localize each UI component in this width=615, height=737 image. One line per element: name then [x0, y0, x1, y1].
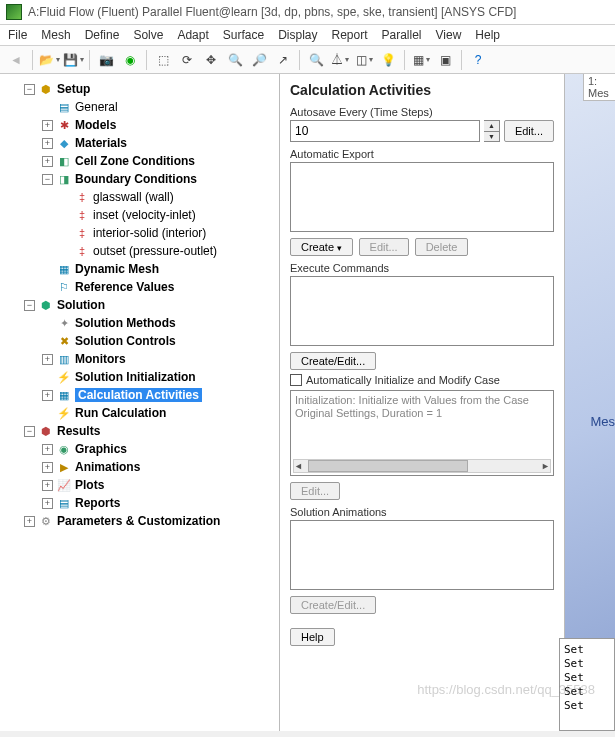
camera-icon[interactable]: 📷 — [95, 49, 117, 71]
pan-icon[interactable]: ✥ — [200, 49, 222, 71]
execute-commands-listbox[interactable] — [290, 276, 554, 346]
tree-setup[interactable]: − ⬢ Setup — [4, 80, 279, 98]
graphics-area[interactable]: 1: Mes Mes Set Set Set Set Set — [565, 74, 615, 731]
light-icon[interactable]: 💡 — [377, 49, 399, 71]
tree-plots[interactable]: + 📈 Plots — [4, 476, 279, 494]
tree-reference-values[interactable]: ⚐ Reference Values — [4, 278, 279, 296]
tree-label: Boundary Conditions — [75, 172, 197, 186]
tree-solution-controls[interactable]: ✖ Solution Controls — [4, 332, 279, 350]
tree-calculation-activities[interactable]: + ▦ Calculation Activities — [4, 386, 279, 404]
menu-view[interactable]: View — [436, 28, 462, 42]
autosave-spinner[interactable]: ▲ ▼ — [484, 120, 500, 142]
tree-bc-outset[interactable]: ‡ outset (pressure-outlet) — [4, 242, 279, 260]
task-pane: Calculation Activities Autosave Every (T… — [280, 74, 565, 731]
probe-icon[interactable]: ↗ — [272, 49, 294, 71]
tree-label: Materials — [75, 136, 127, 150]
controls-icon: ✖ — [57, 334, 71, 348]
horizontal-scrollbar[interactable]: ◄ ► — [293, 459, 551, 473]
autoinit-listbox[interactable]: Initialization: Initialize with Values f… — [290, 390, 554, 476]
tree-cellzone[interactable]: + ◧ Cell Zone Conditions — [4, 152, 279, 170]
expand-icon[interactable]: + — [42, 444, 53, 455]
menu-file[interactable]: File — [8, 28, 27, 42]
rotate-icon[interactable]: ⟳ — [176, 49, 198, 71]
menu-help[interactable]: Help — [475, 28, 500, 42]
menu-adapt[interactable]: Adapt — [177, 28, 208, 42]
menu-display[interactable]: Display — [278, 28, 317, 42]
expand-icon[interactable]: + — [42, 354, 53, 365]
autoinit-edit-button[interactable]: Edit... — [290, 482, 340, 500]
collapse-icon[interactable]: − — [24, 300, 35, 311]
back-icon[interactable]: ◄ — [5, 49, 27, 71]
expand-icon[interactable]: + — [42, 480, 53, 491]
delete-export-button[interactable]: Delete — [415, 238, 469, 256]
menu-define[interactable]: Define — [85, 28, 120, 42]
help-button[interactable]: Help — [290, 628, 335, 646]
tree-bc-interior[interactable]: ‡ interior-solid (interior) — [4, 224, 279, 242]
expand-icon[interactable]: + — [42, 498, 53, 509]
autosave-edit-button[interactable]: Edit... — [504, 120, 554, 142]
tree-bc-inset[interactable]: ‡ inset (velocity-inlet) — [4, 206, 279, 224]
spinner-up-icon[interactable]: ▲ — [484, 121, 499, 132]
scroll-thumb[interactable] — [308, 460, 468, 472]
solution-animations-listbox[interactable] — [290, 520, 554, 590]
edit-export-button[interactable]: Edit... — [359, 238, 409, 256]
tree-bc-glasswall[interactable]: ‡ glasswall (wall) — [4, 188, 279, 206]
help-icon[interactable]: ? — [467, 49, 489, 71]
tree-boundary-conditions[interactable]: − ◨ Boundary Conditions — [4, 170, 279, 188]
timer-icon[interactable]: ◉ — [119, 49, 141, 71]
mesh-tab[interactable]: 1: Mes — [583, 74, 615, 101]
tree-parameters[interactable]: + ⚙ Parameters & Customization — [4, 512, 279, 530]
collapse-icon[interactable]: − — [42, 174, 53, 185]
expand-icon[interactable]: + — [42, 156, 53, 167]
tree-run-calculation[interactable]: ⚡ Run Calculation — [4, 404, 279, 422]
autosave-input[interactable] — [290, 120, 480, 142]
zoom-in-icon[interactable]: 🔍 — [224, 49, 246, 71]
save-icon[interactable]: 💾 — [62, 49, 84, 71]
menu-mesh[interactable]: Mesh — [41, 28, 70, 42]
autoexport-label: Automatic Export — [290, 148, 554, 160]
create-edit-commands-button[interactable]: Create/Edit... — [290, 352, 376, 370]
axis-icon[interactable]: ⏃ — [329, 49, 351, 71]
view-icon[interactable]: ◫ — [353, 49, 375, 71]
menu-surface[interactable]: Surface — [223, 28, 264, 42]
outline-tree[interactable]: − ⬢ Setup ▤ General + ✱ Models + ◆ Mater… — [0, 74, 280, 731]
tree-solution-methods[interactable]: ✦ Solution Methods — [4, 314, 279, 332]
tree-general[interactable]: ▤ General — [4, 98, 279, 116]
menu-solve[interactable]: Solve — [133, 28, 163, 42]
close-view-icon[interactable]: ▣ — [434, 49, 456, 71]
tree-results[interactable]: − ⬢ Results — [4, 422, 279, 440]
tree-reports[interactable]: + ▤ Reports — [4, 494, 279, 512]
create-edit-animations-button[interactable]: Create/Edit... — [290, 596, 376, 614]
zoom-out-icon[interactable]: 🔎 — [248, 49, 270, 71]
watermark: https://blog.csdn.net/qq_35538 — [417, 682, 595, 697]
expand-icon[interactable]: + — [24, 516, 35, 527]
tree-solution[interactable]: − ⬢ Solution — [4, 296, 279, 314]
tree-graphics[interactable]: + ◉ Graphics — [4, 440, 279, 458]
spinner-down-icon[interactable]: ▼ — [484, 132, 499, 142]
fit-icon[interactable]: 🔍 — [305, 49, 327, 71]
expand-icon[interactable]: + — [42, 120, 53, 131]
autoinit-checkbox[interactable] — [290, 374, 302, 386]
console-line: Set — [564, 643, 610, 657]
open-icon[interactable]: 📂 — [38, 49, 60, 71]
tree-solution-initialization[interactable]: ⚡ Solution Initialization — [4, 368, 279, 386]
create-export-button[interactable]: Create — [290, 238, 353, 256]
menu-parallel[interactable]: Parallel — [382, 28, 422, 42]
expand-icon[interactable]: + — [42, 138, 53, 149]
arrange-icon[interactable]: ▦ — [410, 49, 432, 71]
tree-materials[interactable]: + ◆ Materials — [4, 134, 279, 152]
expand-icon[interactable]: + — [42, 390, 53, 401]
tree-monitors[interactable]: + ▥ Monitors — [4, 350, 279, 368]
select-icon[interactable]: ⬚ — [152, 49, 174, 71]
tree-dynamic-mesh[interactable]: ▦ Dynamic Mesh — [4, 260, 279, 278]
collapse-icon[interactable]: − — [24, 426, 35, 437]
scroll-left-icon[interactable]: ◄ — [294, 461, 303, 471]
menu-report[interactable]: Report — [331, 28, 367, 42]
tree-animations[interactable]: + ▶ Animations — [4, 458, 279, 476]
expand-icon[interactable]: + — [42, 462, 53, 473]
autoexport-listbox[interactable] — [290, 162, 554, 232]
scroll-right-icon[interactable]: ► — [541, 461, 550, 471]
tree-label: Parameters & Customization — [57, 514, 220, 528]
tree-models[interactable]: + ✱ Models — [4, 116, 279, 134]
collapse-icon[interactable]: − — [24, 84, 35, 95]
